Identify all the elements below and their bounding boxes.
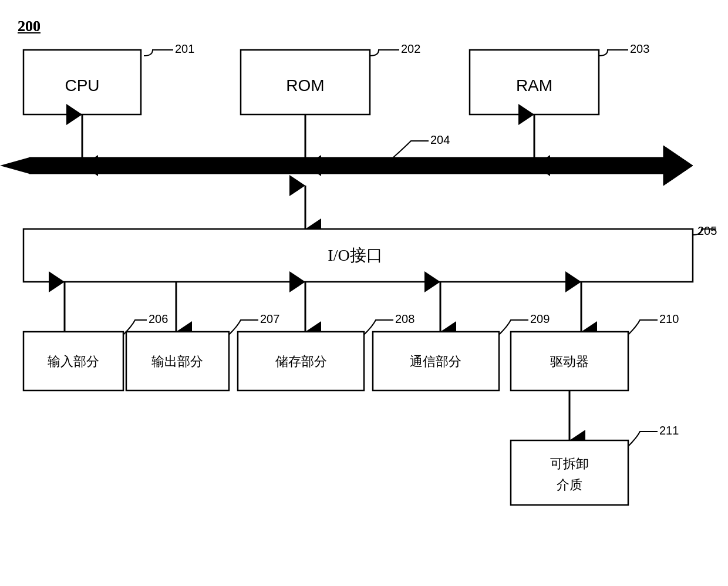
ram-label: RAM (516, 76, 552, 95)
ref-201: 201 (175, 42, 194, 55)
ref-205: 205 (697, 224, 717, 237)
ref-203: 203 (630, 42, 649, 55)
ref-209: 209 (530, 312, 550, 325)
svg-marker-10 (29, 146, 693, 186)
ref-206: 206 (149, 312, 168, 325)
driver-label: 驱动器 (550, 354, 589, 369)
ref-210: 210 (659, 312, 679, 325)
diagram-title: 200 (18, 18, 41, 35)
cpu-label: CPU (65, 76, 99, 95)
removable-line2: 介质 (557, 477, 582, 492)
ref-208: 208 (395, 312, 414, 325)
rom-label: ROM (286, 76, 324, 95)
svg-rect-25 (511, 440, 628, 505)
storage-label: 储存部分 (275, 354, 327, 369)
diagram: 200 CPU ROM RAM 201 202 203 (18, 18, 710, 575)
comm-label: 通信部分 (410, 354, 461, 369)
removable-line1: 可拆卸 (550, 456, 589, 471)
ref-204: 204 (430, 133, 450, 146)
svg-marker-11 (0, 157, 29, 174)
ref-202: 202 (401, 42, 420, 55)
ref-211: 211 (659, 424, 679, 437)
input-label: 输入部分 (48, 354, 99, 369)
ref-207: 207 (260, 312, 279, 325)
output-label: 输出部分 (151, 354, 203, 369)
io-label: I/O接口 (328, 246, 382, 264)
